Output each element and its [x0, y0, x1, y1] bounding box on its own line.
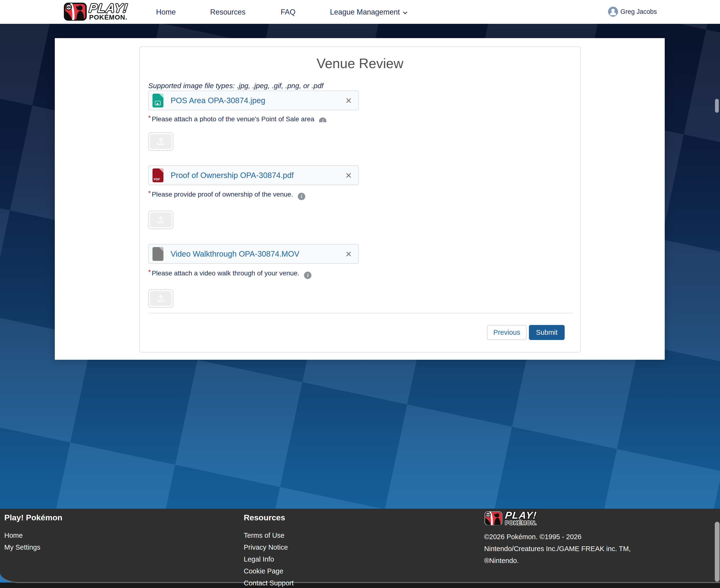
footer-link-cookie-page[interactable]: Cookie Page: [244, 565, 294, 577]
file-types-note: Supported image file types: .jpg, .jpeg,…: [148, 82, 323, 90]
copyright-text: ©2026 Pokémon. ©1995 - 2026 Nintendo/Cre…: [484, 531, 631, 567]
info-icon[interactable]: i: [298, 193, 305, 200]
folded-corner: [159, 93, 164, 98]
generic-file-icon: [152, 247, 164, 261]
attachment-link-proof-of-ownership[interactable]: Proof of Ownership OPA-30874.pdf: [171, 171, 294, 180]
folded-corner: [159, 168, 164, 173]
page: PLAY! POKÉMON. Home Resources FAQ League…: [0, 0, 720, 588]
copyright-line: ©2026 Pokémon. ©1995 - 2026: [484, 531, 631, 543]
image-file-icon: [152, 93, 164, 107]
required-asterisk: *: [148, 189, 151, 197]
footer-column-resources: Resources Terms of Use Privacy Notice Le…: [244, 513, 294, 588]
upload-icon: [150, 134, 172, 149]
required-note-video-walkthrough: *Please attach a video walk through of y…: [148, 269, 311, 279]
upload-button-pos-area[interactable]: [148, 132, 173, 151]
logo-text: PLAY! POKÉMON.: [89, 2, 128, 21]
footer-link-contact-support[interactable]: Contact Support: [244, 577, 294, 588]
footer-column-legal: PLAY! POKÉMON. ©2026 Pokémon. ©1995 - 20…: [484, 510, 631, 567]
user-menu[interactable]: Greg Jacobs: [608, 7, 657, 17]
pokeball-logo-icon: [64, 3, 87, 21]
image-glyph: [155, 101, 161, 105]
nav-league-management[interactable]: League Management: [330, 8, 407, 17]
footer-logo-play-text: PLAY!: [505, 510, 537, 520]
required-note-proof-of-ownership: *Please provide proof of ownership of th…: [148, 190, 305, 200]
copyright-line: Nintendo/Creatures Inc./GAME FREAK inc. …: [484, 543, 631, 555]
attachment-link-pos-area[interactable]: POS Area OPA-30874.jpeg: [171, 96, 265, 105]
required-asterisk: *: [148, 115, 151, 122]
attachment-link-video-walkthrough[interactable]: Video Walkthrough OPA-30874.MOV: [171, 249, 299, 258]
chevron-down-icon: [403, 10, 407, 14]
nav-faq[interactable]: FAQ: [281, 8, 295, 17]
info-icon[interactable]: i: [319, 118, 326, 122]
page-title: Venue Review: [140, 56, 580, 71]
footer-logo-text: PLAY! POKÉMON.: [505, 510, 537, 526]
footer-link-home[interactable]: Home: [4, 529, 62, 541]
required-asterisk: *: [148, 268, 151, 276]
required-note-pos-area: *Please attach a photo of the venue's Po…: [148, 115, 326, 122]
upload-button-video-walkthrough[interactable]: [148, 289, 173, 308]
content-panel: Venue Review Supported image file types:…: [55, 38, 665, 360]
footer: Play! Pokémon Home My Settings Resources…: [0, 509, 720, 583]
checkered-background: Venue Review Supported image file types:…: [0, 24, 720, 583]
footer-link-terms-of-use[interactable]: Terms of Use: [244, 529, 294, 541]
copyright-line: ®Nintendo.: [484, 555, 631, 567]
submit-button[interactable]: Submit: [529, 325, 565, 340]
pdf-file-icon: PDF: [152, 168, 164, 182]
attachment-proof-of-ownership: PDF Proof of Ownership OPA-30874.pdf ×: [148, 165, 359, 185]
required-note-text: Please provide proof of ownership of the…: [152, 191, 293, 198]
scrollbar-thumb-upper[interactable]: [715, 99, 719, 113]
upload-button-proof-of-ownership[interactable]: [148, 211, 173, 229]
upload-icon: [150, 291, 172, 306]
attachment-pos-area: POS Area OPA-30874.jpeg ×: [148, 90, 359, 110]
footer-logo-pokemon-text: POKÉMON.: [505, 520, 537, 526]
footer-link-legal-info[interactable]: Legal Info: [244, 553, 294, 565]
footer-link-privacy-notice[interactable]: Privacy Notice: [244, 541, 294, 553]
attachment-video-walkthrough: Video Walkthrough OPA-30874.MOV ×: [148, 244, 359, 264]
remove-attachment-button[interactable]: ×: [345, 170, 352, 181]
nav-home[interactable]: Home: [156, 8, 176, 17]
scrollbar-thumb-lower[interactable]: [715, 522, 720, 582]
footer-heading-play-pokemon: Play! Pokémon: [4, 513, 62, 522]
remove-attachment-button[interactable]: ×: [345, 95, 352, 106]
logo-play-text: PLAY!: [88, 2, 128, 14]
play-pokemon-logo[interactable]: PLAY! POKÉMON.: [64, 2, 128, 21]
user-name: Greg Jacobs: [620, 8, 657, 16]
page-bottom-strip: [0, 584, 720, 588]
pdf-badge: PDF: [154, 177, 160, 181]
required-note-text: Please attach a photo of the venue's Poi…: [152, 115, 315, 122]
league-management-label: League Management: [330, 8, 400, 16]
form-actions: Previous Submit: [487, 325, 565, 340]
top-nav: PLAY! POKÉMON. Home Resources FAQ League…: [0, 0, 720, 24]
footer-play-pokemon-logo: PLAY! POKÉMON.: [484, 510, 631, 526]
required-note-text: Please attach a video walk through of yo…: [152, 270, 299, 277]
footer-link-my-settings[interactable]: My Settings: [4, 541, 62, 553]
avatar: [608, 7, 618, 17]
upload-icon: [150, 212, 172, 227]
footer-column-play-pokemon: Play! Pokémon Home My Settings: [4, 513, 62, 553]
remove-attachment-button[interactable]: ×: [345, 249, 352, 259]
folded-corner: [159, 247, 164, 251]
info-icon[interactable]: i: [304, 272, 311, 279]
venue-review-card: Venue Review Supported image file types:…: [140, 46, 580, 353]
divider: [148, 313, 573, 313]
pokeball-logo-icon: [484, 511, 503, 526]
previous-button[interactable]: Previous: [487, 325, 527, 340]
nav-resources[interactable]: Resources: [210, 8, 246, 17]
footer-heading-resources: Resources: [244, 513, 294, 522]
